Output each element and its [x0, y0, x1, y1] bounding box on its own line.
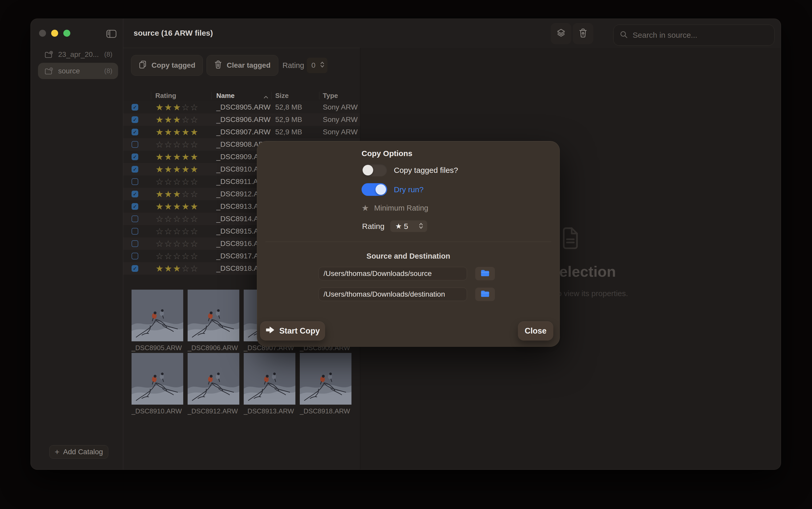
star-empty-icon[interactable]: ☆ [181, 264, 190, 273]
star-filled-icon[interactable]: ★ [181, 202, 190, 211]
stepper-chevrons-icon[interactable] [418, 222, 424, 231]
destination-path-input[interactable] [319, 287, 467, 301]
sidebar-toggle-icon[interactable] [106, 30, 116, 38]
row-rating-stars[interactable]: ★★★★★ [156, 163, 199, 175]
trash-upload-button[interactable] [573, 23, 594, 44]
close-button[interactable]: Close [518, 321, 553, 341]
star-filled-icon[interactable]: ★ [190, 164, 199, 174]
star-empty-icon[interactable]: ☆ [156, 251, 164, 261]
star-empty-icon[interactable]: ☆ [190, 139, 199, 149]
star-filled-icon[interactable]: ★ [156, 264, 164, 273]
thumbnail-cell[interactable]: _DSC8912.ARW [188, 353, 239, 416]
choose-destination-folder-button[interactable] [475, 287, 495, 301]
star-filled-icon[interactable]: ★ [156, 102, 164, 112]
star-empty-icon[interactable]: ☆ [190, 239, 199, 248]
search-input[interactable] [633, 31, 768, 39]
row-checkbox[interactable]: ✓ [132, 154, 138, 160]
star-empty-icon[interactable]: ☆ [181, 226, 190, 236]
bird-photo-thumbnail[interactable] [244, 353, 295, 405]
star-empty-icon[interactable]: ☆ [190, 251, 199, 261]
star-filled-icon[interactable]: ★ [164, 264, 173, 273]
source-path-input[interactable] [319, 267, 467, 280]
row-rating-stars[interactable]: ☆☆☆☆☆ [156, 225, 199, 237]
row-rating-stars[interactable]: ☆☆☆☆☆ [156, 175, 199, 188]
star-empty-icon[interactable]: ☆ [173, 139, 181, 149]
star-empty-icon[interactable]: ☆ [181, 214, 190, 224]
row-rating-stars[interactable]: ★★★★★ [156, 150, 199, 163]
thumbnail-cell[interactable]: _DSC8906.ARW [188, 290, 239, 353]
star-empty-icon[interactable]: ☆ [156, 177, 164, 186]
star-empty-icon[interactable]: ☆ [181, 139, 190, 149]
search-field[interactable] [613, 25, 775, 46]
star-empty-icon[interactable]: ☆ [156, 214, 164, 224]
clear-tagged-button[interactable]: Clear tagged [206, 55, 278, 76]
star-empty-icon[interactable]: ☆ [190, 102, 199, 112]
thumbnail-cell[interactable]: _DSC8905.ARW [132, 290, 183, 353]
star-empty-icon[interactable]: ☆ [173, 226, 181, 236]
row-checkbox[interactable] [132, 215, 138, 222]
row-rating-stars[interactable]: ☆☆☆☆☆ [156, 138, 199, 150]
star-filled-icon[interactable]: ★ [156, 189, 164, 199]
star-empty-icon[interactable]: ☆ [181, 239, 190, 248]
window-zoom-button[interactable] [63, 30, 70, 37]
row-checkbox[interactable]: ✓ [132, 265, 138, 272]
row-rating-stars[interactable]: ★★★☆☆ [156, 262, 199, 275]
star-empty-icon[interactable]: ☆ [173, 251, 181, 261]
bird-photo-thumbnail[interactable] [132, 290, 183, 341]
copy-tagged-button[interactable]: Copy tagged [131, 55, 203, 76]
star-empty-icon[interactable]: ☆ [164, 214, 173, 224]
star-filled-icon[interactable]: ★ [190, 202, 199, 211]
star-empty-icon[interactable]: ☆ [164, 177, 173, 186]
row-rating-stars[interactable]: ☆☆☆☆☆ [156, 213, 199, 225]
window-minimize-button[interactable] [51, 30, 58, 37]
row-checkbox[interactable]: ✓ [132, 104, 138, 110]
row-checkbox[interactable] [132, 141, 138, 148]
star-filled-icon[interactable]: ★ [190, 152, 199, 162]
table-row[interactable]: ✓ ★★★☆☆ _DSC8905.ARW 52,8 MB Sony ARW ra… [123, 101, 360, 113]
star-empty-icon[interactable]: ☆ [164, 251, 173, 261]
star-filled-icon[interactable]: ★ [181, 152, 190, 162]
star-filled-icon[interactable]: ★ [156, 152, 164, 162]
header-name[interactable]: Name [216, 91, 235, 100]
row-rating-stars[interactable]: ★★★★★ [156, 126, 199, 138]
star-filled-icon[interactable]: ★ [173, 264, 181, 273]
table-row[interactable]: ✓ ★★★★★ _DSC8907.ARW 52,9 MB Sony ARW ra… [123, 126, 360, 138]
star-filled-icon[interactable]: ★ [164, 102, 173, 112]
star-filled-icon[interactable]: ★ [190, 127, 199, 137]
row-checkbox[interactable]: ✓ [132, 191, 138, 197]
toolbar-rating-stepper[interactable]: 0 [307, 58, 328, 73]
star-filled-icon[interactable]: ★ [164, 164, 173, 174]
star-filled-icon[interactable]: ★ [173, 189, 181, 199]
star-empty-icon[interactable]: ☆ [190, 264, 199, 273]
star-filled-icon[interactable]: ★ [173, 102, 181, 112]
row-checkbox[interactable] [132, 240, 138, 247]
table-row[interactable]: ✓ ★★★☆☆ _DSC8906.ARW 52,9 MB Sony ARW ra… [123, 113, 360, 126]
star-empty-icon[interactable]: ☆ [181, 189, 190, 199]
bird-photo-thumbnail[interactable] [188, 353, 239, 405]
bird-photo-thumbnail[interactable] [132, 353, 183, 405]
star-filled-icon[interactable]: ★ [173, 115, 181, 125]
row-checkbox[interactable]: ✓ [132, 129, 138, 135]
star-empty-icon[interactable]: ☆ [190, 226, 199, 236]
star-empty-icon[interactable]: ☆ [173, 177, 181, 186]
star-empty-icon[interactable]: ☆ [181, 102, 190, 112]
start-copy-button[interactable]: Start Copy [260, 321, 325, 341]
star-empty-icon[interactable]: ☆ [190, 214, 199, 224]
star-empty-icon[interactable]: ☆ [173, 214, 181, 224]
star-empty-icon[interactable]: ☆ [190, 115, 199, 125]
thumbnail-cell[interactable]: _DSC8910.ARW [132, 353, 183, 416]
bird-photo-thumbnail[interactable] [300, 353, 351, 405]
window-close-button[interactable] [39, 30, 46, 37]
header-rating[interactable]: Rating [155, 91, 176, 100]
row-rating-stars[interactable]: ☆☆☆☆☆ [156, 250, 199, 262]
star-empty-icon[interactable]: ☆ [181, 115, 190, 125]
star-filled-icon[interactable]: ★ [164, 202, 173, 211]
star-filled-icon[interactable]: ★ [164, 127, 173, 137]
header-size[interactable]: Size [275, 91, 289, 100]
star-empty-icon[interactable]: ☆ [156, 226, 164, 236]
row-rating-stars[interactable]: ★★★☆☆ [156, 101, 199, 113]
star-empty-icon[interactable]: ☆ [164, 239, 173, 248]
star-filled-icon[interactable]: ★ [173, 202, 181, 211]
bird-photo-thumbnail[interactable] [188, 290, 239, 341]
thumbnail-cell[interactable]: _DSC8918.ARW [300, 353, 351, 416]
